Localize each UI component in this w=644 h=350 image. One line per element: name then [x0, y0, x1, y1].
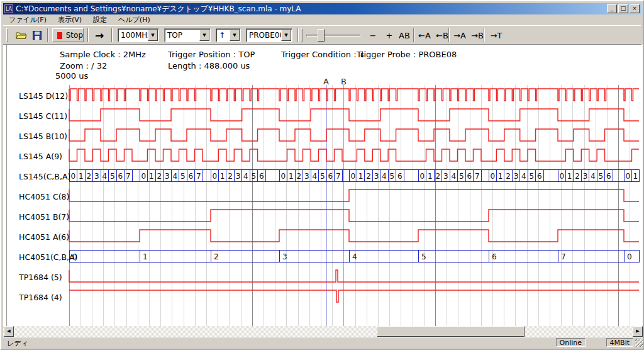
sample-clock-select-value: 100MHz: [121, 31, 152, 40]
zoom-in-button[interactable]: +: [382, 28, 397, 43]
svg-text:5: 5: [421, 252, 426, 261]
zoom-slider-track[interactable]: [306, 35, 360, 37]
svg-text:2: 2: [506, 172, 511, 181]
stop-label: Stop: [66, 31, 83, 40]
toolbar-separator: [484, 28, 485, 42]
svg-text:1: 1: [567, 172, 572, 181]
svg-text:5: 5: [459, 172, 464, 181]
menu-item-1[interactable]: 表示(V): [52, 14, 87, 25]
svg-text:1: 1: [498, 172, 503, 181]
next-b-button[interactable]: →B: [470, 28, 485, 43]
resize-grip[interactable]: [635, 339, 643, 347]
menu-item-0[interactable]: ファイル(F): [3, 14, 52, 25]
mylA-window: LA C:¥Documents and Settings¥noname¥デスクト…: [0, 0, 644, 350]
channel-ls145-c-11-label: LS145 C(11): [19, 110, 67, 122]
svg-text:2: 2: [366, 172, 371, 181]
svg-text:5: 5: [110, 172, 115, 181]
toolbar-separator: [413, 28, 414, 42]
horizontal-scrollbar[interactable]: ◀ ▶: [3, 326, 643, 337]
toolbar-separator: [111, 28, 113, 42]
next-a-button[interactable]: →A: [452, 28, 467, 43]
channel-ls145-b-10-wave: [69, 129, 639, 141]
waveform-client-area[interactable]: Sample Clock : 2MHz Trigger Position : T…: [3, 45, 643, 328]
svg-text:0: 0: [212, 172, 217, 181]
svg-text:1: 1: [220, 172, 225, 181]
channel-hc4051-c-b-a-label: HC4051(C,B,A): [19, 251, 78, 263]
ab-cursor-button[interactable]: AB: [397, 28, 412, 43]
channel-ls145-b-10-label: LS145 B(10): [19, 130, 67, 142]
chevron-down-icon[interactable]: ▼: [281, 30, 291, 41]
channel-ls145-d-12-label: LS145 D(12): [19, 90, 68, 102]
svg-text:6: 6: [606, 172, 611, 181]
svg-text:7: 7: [126, 172, 131, 181]
chevron-down-icon[interactable]: ▼: [199, 30, 209, 41]
svg-text:4: 4: [521, 172, 526, 181]
trigger-probe-select[interactable]: PROBE00▼: [246, 28, 292, 42]
app-icon: LA: [4, 4, 13, 13]
sample-clock-select[interactable]: 100MHz▼: [118, 28, 159, 42]
svg-text:0: 0: [350, 172, 355, 181]
svg-text:5: 5: [530, 172, 535, 181]
prev-b-button[interactable]: ←B: [435, 28, 450, 43]
toolbar: Stop → 100MHz▼TOP▼↑▼PROBE00▼ −+AB←A←B→A→…: [3, 25, 641, 45]
trigger-edge-select[interactable]: ↑▼: [216, 28, 241, 42]
close-button[interactable]: ×: [630, 4, 640, 13]
chevron-down-icon[interactable]: ▼: [148, 30, 158, 41]
svg-text:3: 3: [514, 172, 519, 181]
svg-text:0: 0: [280, 172, 286, 181]
svg-text:3: 3: [443, 172, 448, 181]
stop-button[interactable]: Stop: [52, 28, 84, 42]
svg-text:7: 7: [561, 252, 566, 261]
save-file-button[interactable]: [30, 28, 44, 43]
trigger-position-select-value: TOP: [167, 31, 182, 40]
svg-text:0: 0: [141, 172, 146, 181]
toolbar-grip[interactable]: [301, 28, 303, 42]
title-bar[interactable]: LA C:¥Documents and Settings¥noname¥デスクト…: [3, 3, 641, 14]
svg-text:6: 6: [118, 172, 123, 181]
svg-text:4: 4: [352, 252, 357, 261]
status-ready-text: レディ: [7, 339, 28, 348]
zoom-slider-thumb[interactable]: [318, 29, 325, 42]
svg-text:2: 2: [575, 172, 580, 181]
zoom-out-button[interactable]: −: [365, 28, 380, 43]
channel-tp1684-5-wave: [69, 270, 639, 282]
trigger-position-select[interactable]: TOP▼: [164, 28, 211, 42]
menu-item-3[interactable]: ヘルプ(H): [113, 14, 156, 25]
svg-text:7: 7: [336, 172, 341, 181]
status-bar: レディ Online 4MBit: [3, 337, 643, 347]
channel-hc4051-c-8-label: HC4051 C(8): [19, 191, 69, 203]
svg-text:6: 6: [467, 172, 472, 181]
svg-text:5: 5: [320, 172, 325, 181]
goto-trigger-button[interactable]: →T: [489, 28, 504, 43]
scroll-right-button[interactable]: ▶: [633, 326, 643, 337]
channel-tp1684-4-wave: [69, 290, 639, 302]
scroll-left-button[interactable]: ◀: [4, 326, 14, 337]
minimize-button[interactable]: _: [607, 4, 617, 13]
status-online-badge: Online: [556, 338, 586, 347]
svg-text:5: 5: [599, 172, 604, 181]
svg-text:3: 3: [165, 172, 170, 181]
svg-text:7: 7: [475, 172, 480, 181]
menu-item-2[interactable]: 設定: [87, 14, 113, 25]
toolbar-separator: [448, 28, 450, 42]
svg-text:2: 2: [86, 172, 91, 181]
svg-text:4: 4: [172, 172, 177, 181]
svg-text:3: 3: [374, 172, 379, 181]
prev-a-button[interactable]: ←A: [417, 28, 432, 43]
single-run-button[interactable]: →: [91, 28, 108, 43]
chevron-down-icon[interactable]: ▼: [230, 30, 240, 41]
svg-text:1: 1: [633, 172, 638, 181]
svg-text:6: 6: [397, 172, 402, 181]
toolbar-separator: [297, 28, 299, 42]
svg-text:3: 3: [583, 172, 588, 181]
svg-text:6: 6: [328, 172, 333, 181]
waveform-plot[interactable]: 0123456701234567012345601234567012345601…: [3, 45, 643, 328]
maximize-button[interactable]: □: [618, 4, 628, 13]
stop-icon: [57, 32, 62, 39]
svg-text:4: 4: [382, 172, 387, 181]
toolbar-grip[interactable]: [6, 28, 8, 42]
scrollbar-thumb[interactable]: [377, 326, 525, 337]
svg-text:1: 1: [143, 252, 148, 261]
svg-text:0: 0: [70, 172, 75, 181]
open-file-button[interactable]: [14, 28, 29, 43]
